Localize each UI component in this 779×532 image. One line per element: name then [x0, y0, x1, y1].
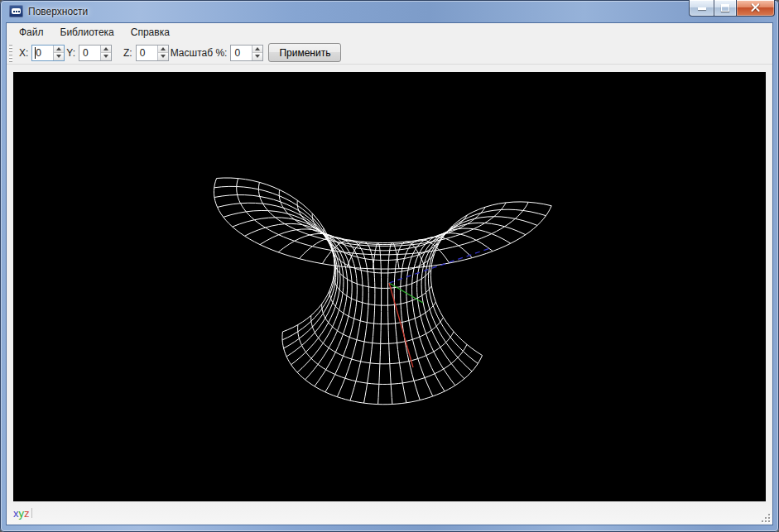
- scale-spinner[interactable]: 0: [230, 45, 263, 61]
- up-arrow-icon: [161, 47, 166, 50]
- z-spinner-textbox[interactable]: 0: [137, 46, 157, 60]
- scale-field-label: Масштаб %:: [171, 47, 228, 59]
- surface-canvas[interactable]: [13, 72, 766, 501]
- scale-spinner-textbox[interactable]: 0: [231, 46, 252, 60]
- text-caret: [35, 47, 36, 59]
- up-arrow-icon: [255, 47, 260, 50]
- up-arrow-icon: [103, 47, 108, 50]
- y-spinner-buttons: [100, 46, 111, 60]
- toolbar: X: 0 Y: 0 Z: [7, 41, 772, 65]
- window-title: Поверхности: [28, 6, 88, 17]
- x-spin-up-button[interactable]: [54, 46, 64, 54]
- statusbar: x y z: [7, 501, 772, 525]
- y-spin-down-button[interactable]: [101, 53, 111, 60]
- up-arrow-icon: [56, 47, 61, 50]
- z-spinner[interactable]: 0: [136, 45, 169, 61]
- x-spinner-textbox[interactable]: 0: [32, 46, 53, 60]
- minimize-button[interactable]: [689, 0, 714, 17]
- apply-button[interactable]: Применить: [268, 43, 341, 62]
- close-icon: [750, 2, 761, 13]
- down-arrow-icon: [103, 55, 108, 58]
- toolbar-grip[interactable]: [9, 44, 12, 62]
- app-icon[interactable]: [9, 5, 23, 17]
- titlebar[interactable]: Поверхности: [0, 0, 779, 23]
- app-icon-pill: [12, 8, 21, 14]
- z-spin-down-button[interactable]: [158, 53, 168, 60]
- y-spinner[interactable]: 0: [79, 45, 112, 61]
- y-spinner-textbox[interactable]: 0: [79, 46, 100, 60]
- caption-buttons: [689, 0, 775, 17]
- menu-item-help[interactable]: Справка: [123, 24, 178, 41]
- maximize-button[interactable]: [714, 0, 737, 17]
- maximize-icon: [721, 4, 729, 12]
- y-spin-up-button[interactable]: [101, 46, 111, 54]
- y-field-label: Y:: [66, 47, 75, 59]
- down-arrow-icon: [255, 55, 260, 58]
- z-spinner-value: 0: [140, 47, 146, 59]
- scale-spinner-buttons: [252, 46, 262, 60]
- app-icon-dots: [13, 11, 15, 12]
- menu-item-library[interactable]: Библиотека: [52, 24, 123, 41]
- axis-z-legend: z: [24, 507, 30, 520]
- scale-spin-down-button[interactable]: [252, 53, 262, 60]
- x-field-label: X:: [19, 47, 28, 59]
- down-arrow-icon: [161, 55, 166, 58]
- y-spinner-value: 0: [83, 47, 89, 59]
- close-button[interactable]: [737, 0, 775, 17]
- x-spinner[interactable]: 0: [31, 45, 65, 61]
- client-area: Файл Библиотека Справка X: 0 Y: 0: [7, 23, 772, 525]
- x-spin-down-button[interactable]: [54, 53, 64, 60]
- status-caret: [31, 508, 32, 518]
- menu-item-file[interactable]: Файл: [11, 24, 52, 41]
- z-spin-up-button[interactable]: [158, 46, 168, 54]
- x-spinner-buttons: [53, 46, 64, 60]
- scale-spinner-value: 0: [234, 47, 240, 59]
- minimize-icon: [698, 7, 706, 10]
- app-window: Поверхности Файл Библиотека Справка X:: [0, 0, 779, 532]
- x-spinner-value: 0: [36, 47, 41, 59]
- scale-spin-up-button[interactable]: [252, 46, 262, 54]
- resize-grip[interactable]: [761, 513, 770, 522]
- z-field-label: Z:: [123, 47, 132, 59]
- menubar: Файл Библиотека Справка: [7, 23, 772, 41]
- surface-viewport[interactable]: [13, 72, 766, 501]
- z-spinner-buttons: [157, 46, 168, 60]
- down-arrow-icon: [56, 55, 61, 58]
